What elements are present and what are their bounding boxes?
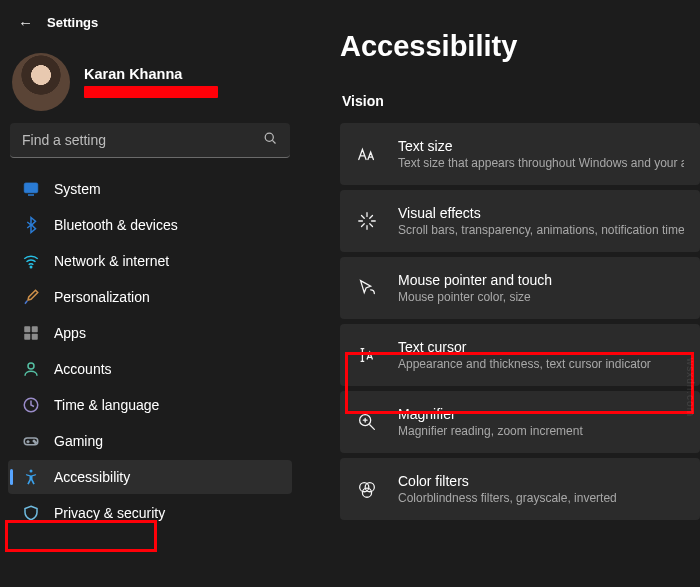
sidebar-item-label: Gaming [54,433,103,449]
window-title: Settings [47,15,98,30]
svg-rect-6 [32,326,38,332]
card-title: Text cursor [398,339,651,355]
person-icon [22,360,40,378]
section-label-vision: Vision [342,93,700,109]
apps-icon [22,324,40,342]
sidebar-item-label: Apps [54,325,86,341]
svg-point-14 [30,470,33,473]
profile-name: Karan Khanna [84,66,218,82]
sidebar-item-accessibility[interactable]: Accessibility [8,460,292,494]
svg-point-18 [362,488,371,497]
sidebar-item-label: Accessibility [54,469,130,485]
text-cursor-icon [354,344,380,366]
sidebar-item-label: Network & internet [54,253,169,269]
svg-rect-7 [24,334,30,340]
avatar [12,53,70,111]
card-desc: Appearance and thickness, text cursor in… [398,357,651,371]
sidebar-item-system[interactable]: System [8,172,292,206]
sidebar-item-label: Accounts [54,361,112,377]
card-desc: Scroll bars, transparency, animations, n… [398,223,684,237]
card-desc: Mouse pointer color, size [398,290,552,304]
sidebar-item-privacy[interactable]: Privacy & security [8,496,292,530]
svg-rect-5 [24,326,30,332]
card-text-cursor[interactable]: Text cursor Appearance and thickness, te… [340,324,700,386]
card-desc: Magnifier reading, zoom increment [398,424,583,438]
svg-point-4 [30,266,32,268]
card-desc: Colorblindness filters, grayscale, inver… [398,491,617,505]
svg-rect-2 [24,183,38,193]
sparkle-icon [354,210,380,232]
bluetooth-icon [22,216,40,234]
sidebar-item-label: Time & language [54,397,159,413]
magnifier-icon [354,411,380,433]
back-button[interactable]: ← [18,14,33,31]
mouse-pointer-icon [354,277,380,299]
gamepad-icon [22,432,40,450]
svg-line-1 [272,140,275,143]
text-size-icon [354,143,380,165]
card-title: Color filters [398,473,617,489]
shield-icon [22,504,40,522]
sidebar-item-bluetooth[interactable]: Bluetooth & devices [8,208,292,242]
svg-point-9 [28,363,34,369]
wifi-icon [22,252,40,270]
sidebar-item-gaming[interactable]: Gaming [8,424,292,458]
card-title: Text size [398,138,684,154]
sidebar-item-accounts[interactable]: Accounts [8,352,292,386]
svg-rect-3 [28,194,34,196]
svg-point-17 [365,483,374,492]
card-text-size[interactable]: Text size Text size that appears through… [340,123,700,185]
sidebar-item-label: System [54,181,101,197]
svg-point-13 [35,442,37,444]
accessibility-icon [22,468,40,486]
search-box[interactable] [10,123,290,158]
paintbrush-icon [22,288,40,306]
sidebar-item-label: Bluetooth & devices [54,217,178,233]
user-profile[interactable]: Karan Khanna [4,41,296,123]
search-icon [263,131,278,149]
clock-globe-icon [22,396,40,414]
sidebar-item-time[interactable]: Time & language [8,388,292,422]
sidebar-item-label: Privacy & security [54,505,165,521]
page-title: Accessibility [340,30,700,63]
card-title: Visual effects [398,205,684,221]
sidebar-item-label: Personalization [54,289,150,305]
search-input[interactable] [22,132,263,148]
card-color-filters[interactable]: Color filters Colorblindness filters, gr… [340,458,700,520]
card-title: Mouse pointer and touch [398,272,552,288]
card-title: Magnifier [398,406,583,422]
card-mouse-pointer[interactable]: Mouse pointer and touch Mouse pointer co… [340,257,700,319]
display-icon [22,180,40,198]
sidebar-item-personalization[interactable]: Personalization [8,280,292,314]
redacted-email [84,86,218,98]
sidebar-item-apps[interactable]: Apps [8,316,292,350]
card-visual-effects[interactable]: Visual effects Scroll bars, transparency… [340,190,700,252]
svg-rect-8 [32,334,38,340]
sidebar-item-network[interactable]: Network & internet [8,244,292,278]
color-filters-icon [354,478,380,500]
card-magnifier[interactable]: Magnifier Magnifier reading, zoom increm… [340,391,700,453]
svg-point-0 [265,133,273,141]
card-desc: Text size that appears throughout Window… [398,156,684,170]
watermark: wsxdn.com [685,358,696,417]
